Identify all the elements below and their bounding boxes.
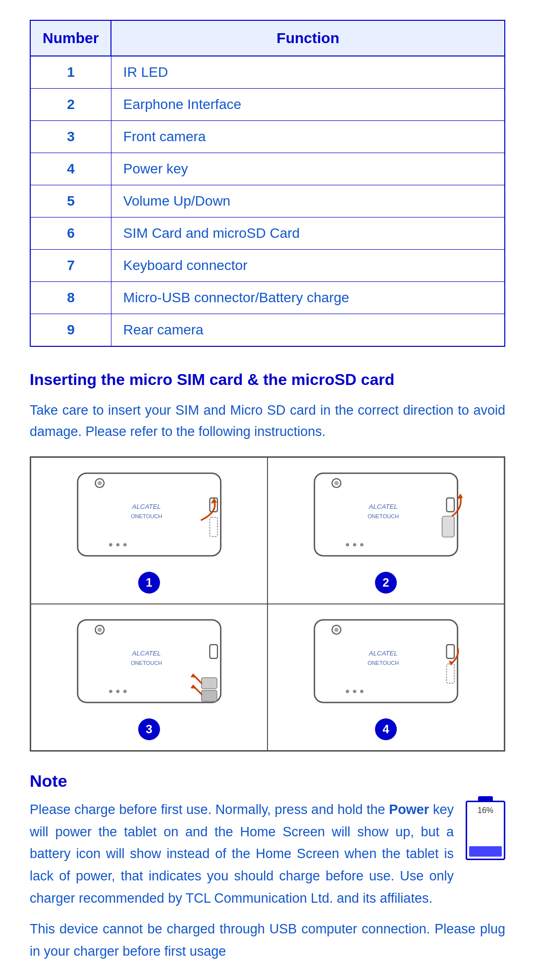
sim-diagram: ALCATEL ONETOUCH 1 ALCATEL ONETOUCH 2 (30, 456, 505, 752)
sim-intro-paragraph: Take care to insert your SIM and Micro S… (30, 400, 505, 442)
svg-point-25 (98, 628, 102, 632)
note-paragraph-1: Please charge before first use. Normally… (30, 799, 454, 909)
svg-text:ONETOUCH: ONETOUCH (131, 514, 162, 520)
svg-point-17 (353, 544, 356, 547)
table-header-function: Function (111, 20, 505, 56)
table-cell-number: 8 (30, 282, 111, 314)
note-paragraph-2: This device cannot be charged through US… (30, 918, 505, 962)
svg-point-18 (360, 544, 364, 547)
svg-point-43 (360, 690, 364, 694)
svg-rect-14 (446, 498, 454, 512)
table-cell-function: SIM Card and microSD Card (111, 218, 505, 250)
battery-fill (469, 846, 502, 857)
diagram-cell-2: ALCATEL ONETOUCH 2 (268, 457, 504, 604)
page-number: 4 (30, 977, 505, 980)
diagram-cell-4: ALCATEL ONETOUCH 4 (268, 604, 504, 751)
diagram-cell-1: ALCATEL ONETOUCH 1 (31, 457, 268, 604)
svg-point-27 (109, 690, 112, 694)
table-row: 2Earphone Interface (30, 89, 505, 121)
svg-text:ALCATEL: ALCATEL (368, 503, 397, 511)
svg-point-41 (346, 690, 349, 694)
table-row: 9Rear camera (30, 314, 505, 347)
svg-rect-40 (446, 664, 454, 683)
svg-point-28 (116, 690, 119, 694)
svg-point-5 (109, 544, 112, 547)
svg-marker-10 (211, 498, 216, 503)
table-cell-function: Earphone Interface (111, 89, 505, 121)
svg-text:ALCATEL: ALCATEL (131, 503, 160, 511)
table-cell-number: 7 (30, 250, 111, 282)
table-cell-number: 4 (30, 153, 111, 185)
table-cell-function: Volume Up/Down (111, 185, 505, 218)
note-content-area: Please charge before first use. Normally… (30, 799, 505, 909)
table-cell-function: Front camera (111, 121, 505, 153)
svg-point-16 (346, 544, 349, 547)
svg-point-38 (334, 628, 339, 632)
power-key-bold: Power (389, 802, 429, 817)
svg-text:ONETOUCH: ONETOUCH (368, 660, 399, 666)
table-cell-number: 5 (30, 185, 111, 218)
svg-text:ALCATEL: ALCATEL (368, 650, 397, 657)
table-cell-function: IR LED (111, 56, 505, 89)
table-row: 3Front camera (30, 121, 505, 153)
svg-text:ONETOUCH: ONETOUCH (368, 514, 399, 520)
table-cell-number: 6 (30, 218, 111, 250)
svg-point-6 (116, 544, 119, 547)
table-row: 6SIM Card and microSD Card (30, 218, 505, 250)
svg-text:ONETOUCH: ONETOUCH (131, 660, 162, 666)
table-cell-number: 9 (30, 314, 111, 347)
svg-text:ALCATEL: ALCATEL (131, 650, 160, 657)
svg-rect-4 (210, 517, 217, 537)
table-header-number: Number (30, 20, 111, 56)
svg-point-42 (353, 690, 356, 694)
svg-point-29 (123, 690, 127, 694)
table-cell-number: 1 (30, 56, 111, 89)
table-row: 1IR LED (30, 56, 505, 89)
table-cell-number: 3 (30, 121, 111, 153)
battery-percent: 16% (467, 806, 504, 815)
table-cell-function: Micro-USB connector/Battery charge (111, 282, 505, 314)
svg-marker-35 (190, 684, 196, 689)
svg-marker-34 (190, 673, 196, 678)
table-cell-function: Rear camera (111, 314, 505, 347)
svg-point-2 (98, 481, 102, 486)
table-row: 4Power key (30, 153, 505, 185)
svg-rect-26 (210, 645, 217, 658)
svg-rect-33 (202, 691, 217, 702)
table-row: 7Keyboard connector (30, 250, 505, 282)
features-table: Number Function 1IR LED2Earphone Interfa… (30, 20, 505, 347)
table-row: 8Micro-USB connector/Battery charge (30, 282, 505, 314)
table-cell-number: 2 (30, 89, 111, 121)
diagram-number-1: 1 (138, 572, 160, 594)
svg-rect-39 (446, 645, 454, 658)
svg-rect-22 (442, 516, 454, 537)
diagram-number-4: 4 (375, 718, 397, 740)
table-cell-function: Keyboard connector (111, 250, 505, 282)
svg-point-7 (123, 544, 127, 547)
svg-point-13 (334, 481, 339, 486)
note-heading: Note (30, 771, 505, 791)
diagram-number-3: 3 (138, 718, 160, 740)
sim-section-heading: Inserting the micro SIM card & the micro… (30, 371, 505, 389)
diagram-cell-3: ALCATEL ONETOUCH 3 (31, 604, 268, 751)
table-cell-function: Power key (111, 153, 505, 185)
svg-rect-32 (202, 678, 217, 689)
table-row: 5Volume Up/Down (30, 185, 505, 218)
diagram-number-2: 2 (375, 572, 397, 594)
battery-icon: 16% (466, 801, 505, 860)
